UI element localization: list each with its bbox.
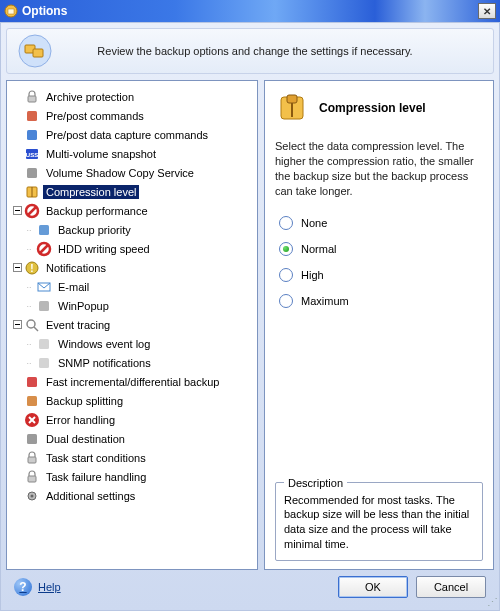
tree-item-label: HDD writing speed (55, 242, 153, 256)
tree-item-label: Error handling (43, 413, 118, 427)
svg-rect-39 (28, 476, 36, 482)
tree-item-label: Backup splitting (43, 394, 126, 408)
detail-header: Compression level (275, 91, 483, 125)
tree-item-backup-priority[interactable]: ··Backup priority (9, 220, 255, 239)
tree-item-backup-performance[interactable]: Backup performance (9, 201, 255, 220)
tree-item-dual-destination[interactable]: Dual destination (9, 429, 255, 448)
tree-item-task-start-conditions[interactable]: Task start conditions (9, 448, 255, 467)
ok-button[interactable]: OK (338, 576, 408, 598)
tree-panel: Archive protectionPre/post commandsPre/p… (6, 80, 258, 570)
tree-item-backup-splitting[interactable]: Backup splitting (9, 391, 255, 410)
tree-joint (11, 91, 23, 103)
split-icon (23, 393, 41, 409)
radio-normal[interactable]: Normal (279, 242, 483, 256)
tree-item-notifications[interactable]: !Notifications (9, 258, 255, 277)
cancel-button[interactable]: Cancel (416, 576, 486, 598)
panels: Archive protectionPre/post commandsPre/p… (6, 80, 494, 570)
tree-item-winpopup[interactable]: ··WinPopup (9, 296, 255, 315)
deny-icon (35, 241, 53, 257)
help-link[interactable]: ? Help (14, 578, 61, 596)
radio-icon (279, 268, 293, 282)
tree-item-multi-volume-snapshot[interactable]: USSMulti-volume snapshot (9, 144, 255, 163)
cmd-blue-icon (23, 127, 41, 143)
detail-panel: Compression level Select the data compre… (264, 80, 494, 570)
svg-rect-7 (27, 130, 37, 140)
priority-icon (35, 222, 53, 238)
tree-item-task-failure-handling[interactable]: Task failure handling (9, 467, 255, 486)
app-icon (4, 4, 18, 18)
tree-item-label: Compression level (43, 185, 139, 199)
collapse-icon[interactable] (11, 262, 23, 274)
tree-item-label: Backup performance (43, 204, 151, 218)
svg-text:USS: USS (26, 152, 38, 158)
tree-item-label: Event tracing (43, 318, 113, 332)
radio-label: None (301, 217, 327, 229)
tree-joint: ·· (23, 224, 35, 236)
tree-item-event-tracing[interactable]: Event tracing (9, 315, 255, 334)
close-icon: ✕ (483, 6, 491, 17)
svg-line-16 (28, 207, 36, 215)
gear-icon (23, 488, 41, 504)
tree-item-compression-level[interactable]: Compression level (9, 182, 255, 201)
lock2-icon (23, 469, 41, 485)
dialog-body: Review the backup options and change the… (0, 22, 500, 611)
tree-joint (11, 110, 23, 122)
tree-item-additional-settings[interactable]: Additional settings (9, 486, 255, 505)
dual-icon (23, 431, 41, 447)
banner: Review the backup options and change the… (6, 28, 494, 74)
vss-icon: USS (23, 146, 41, 162)
tree-item-fast-incremental[interactable]: Fast incremental/differential backup (9, 372, 255, 391)
radio-high[interactable]: High (279, 268, 483, 282)
tree-item-snmp-notifications[interactable]: ··SNMP notifications (9, 353, 255, 372)
svg-rect-31 (39, 358, 49, 368)
tree-item-pre-post-commands[interactable]: Pre/post commands (9, 106, 255, 125)
cancel-label: Cancel (434, 581, 468, 593)
svg-rect-25 (39, 301, 49, 311)
tree-item-label: Task failure handling (43, 470, 149, 484)
options-tree: Archive protectionPre/post commandsPre/p… (9, 87, 255, 505)
collapse-icon[interactable] (11, 205, 23, 217)
compress-icon (23, 184, 41, 200)
deny-icon (23, 203, 41, 219)
bottom-bar: ? Help OK Cancel (6, 570, 494, 604)
radio-label: High (301, 269, 324, 281)
description-legend: Description (284, 476, 347, 491)
radio-maximum[interactable]: Maximum (279, 294, 483, 308)
tree-item-label: Backup priority (55, 223, 134, 237)
window-title: Options (22, 4, 67, 18)
tree-item-hdd-writing-speed[interactable]: ··HDD writing speed (9, 239, 255, 258)
svg-text:!: ! (30, 263, 33, 274)
notify-icon: ! (23, 260, 41, 276)
tree-item-windows-event-log[interactable]: ··Windows event log (9, 334, 255, 353)
tree-item-label: SNMP notifications (55, 356, 154, 370)
description-text: Recommended for most tasks. The backup s… (284, 494, 469, 551)
tree-joint (11, 433, 23, 445)
tree-item-error-handling[interactable]: Error handling (9, 410, 255, 429)
error-icon (23, 412, 41, 428)
tree-item-vss[interactable]: Volume Shadow Copy Service (9, 163, 255, 182)
tree-item-label: Archive protection (43, 90, 137, 104)
svg-rect-30 (39, 339, 49, 349)
tree-item-label: Dual destination (43, 432, 128, 446)
collapse-icon[interactable] (11, 319, 23, 331)
tree-item-email[interactable]: ··E-mail (9, 277, 255, 296)
tree-joint (11, 452, 23, 464)
tree-item-label: Task start conditions (43, 451, 149, 465)
mail-icon (35, 279, 53, 295)
close-button[interactable]: ✕ (478, 3, 496, 19)
svg-line-29 (34, 327, 38, 331)
svg-line-19 (40, 245, 48, 253)
tree-item-pre-post-data-capture[interactable]: Pre/post data capture commands (9, 125, 255, 144)
tree-joint (11, 490, 23, 502)
banner-icon (17, 33, 53, 69)
tree-item-archive-protection[interactable]: Archive protection (9, 87, 255, 106)
lock2-icon (23, 450, 41, 466)
tree-joint (11, 414, 23, 426)
svg-rect-32 (27, 377, 37, 387)
ok-label: OK (365, 581, 381, 593)
tree-item-label: Fast incremental/differential backup (43, 375, 222, 389)
tree-item-label: Pre/post data capture commands (43, 128, 211, 142)
tree-item-label: E-mail (55, 280, 92, 294)
radio-none[interactable]: None (279, 216, 483, 230)
detail-title: Compression level (319, 101, 426, 115)
